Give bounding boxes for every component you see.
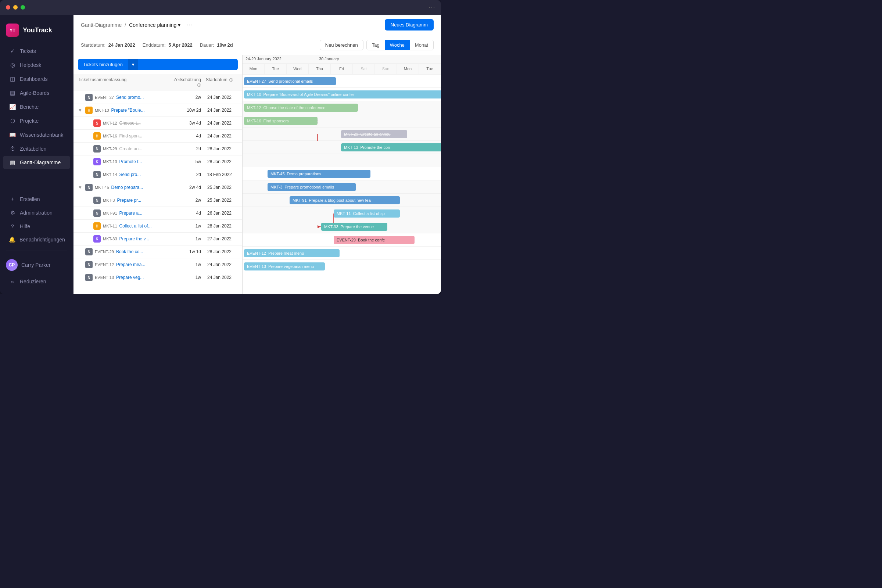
window-menu[interactable]: ⋯ bbox=[429, 3, 435, 11]
sidebar-item-label: Erstellen bbox=[20, 196, 40, 202]
gantt-bar-mkt91[interactable]: MKT-91 Prepare a blog post about new fea bbox=[290, 196, 400, 204]
table-row[interactable]: ▶ K MKT-13 Promote t... 5w 28 Jan 2022 bbox=[74, 156, 242, 168]
table-row[interactable]: ▶ N MKT-91 Prepare a... 4d 26 Jan 2022 bbox=[74, 207, 242, 220]
gantt-row: MKT-91 Prepare a blog post about new fea bbox=[243, 194, 441, 207]
table-row[interactable]: ▶ K MKT-33 Prepare the v... 1w 27 Jan 20… bbox=[74, 232, 242, 246]
table-row[interactable]: ▶ N EVENT-27 Send promo... 2w 24 Jan 202… bbox=[74, 91, 242, 104]
row-estimate: 2w bbox=[172, 95, 201, 100]
ticket-title[interactable]: Prepare mea... bbox=[116, 262, 145, 267]
row-estimate: 1w 1d bbox=[172, 249, 201, 254]
table-row[interactable]: ▶ N MKT-29 Create an... 2d 28 Jan 2022 bbox=[74, 142, 242, 156]
gantt-row: MKT-3 Prepare promotional emails bbox=[243, 180, 441, 194]
sidebar-collapse-button[interactable]: « Reduzieren bbox=[3, 275, 70, 288]
gantt-bar-mkt16[interactable]: MKT-16 Find sponsors ⋮⋮ bbox=[244, 117, 318, 125]
ticket-title[interactable]: Collect a list of... bbox=[119, 224, 152, 229]
minimize-button[interactable] bbox=[13, 5, 18, 9]
view-week-button[interactable]: Woche bbox=[385, 40, 410, 50]
badge-n: N bbox=[93, 145, 101, 153]
sidebar-item-admin[interactable]: ⚙ Administration bbox=[3, 206, 70, 219]
end-label: Enddatum: 5 Apr 2022 bbox=[142, 42, 193, 48]
table-row[interactable]: ▼ H MKT-10 Prepare "Boule... 10w 2d 24 J… bbox=[74, 104, 242, 117]
table-row[interactable]: ▶ N MKT-3 Prepare pr... 2w 25 Jan 2022 bbox=[74, 194, 242, 207]
sidebar-item-dashboards[interactable]: ◫ Dashboards bbox=[3, 72, 70, 86]
sidebar-item-gantt[interactable]: ▦ Gantt-Diagramme bbox=[3, 156, 70, 169]
maximize-button[interactable] bbox=[21, 5, 25, 9]
sidebar-bottom: ＋ Erstellen ⚙ Administration ? Hilfe 🔔 B… bbox=[0, 192, 73, 288]
row-summary: ▼ H MKT-10 Prepare "Boule... bbox=[78, 106, 172, 114]
ticket-title[interactable]: Prepare the v... bbox=[119, 236, 149, 242]
view-day-button[interactable]: Tag bbox=[367, 40, 385, 50]
badge-n: N bbox=[85, 261, 93, 268]
ticket-title[interactable]: Promote t... bbox=[119, 159, 142, 164]
new-diagram-button[interactable]: Neues Diagramm bbox=[385, 19, 434, 30]
gantt-day-sat: Sat bbox=[353, 64, 375, 74]
table-row[interactable]: ▶ N EVENT-29 Book the co... 1w 1d 28 Jan… bbox=[74, 246, 242, 258]
ticket-title[interactable]: Prepare "Boule... bbox=[111, 108, 145, 113]
recalc-button[interactable]: Neu berechnen bbox=[320, 40, 363, 50]
ticket-id: EVENT-12 bbox=[95, 262, 114, 267]
sidebar-item-tickets[interactable]: ✓ Tickets bbox=[3, 45, 70, 58]
table-row[interactable]: ▶ H MKT-16 Find spon... 4d 24 Jan 2022 bbox=[74, 130, 242, 142]
gantt-bar-mkt29[interactable]: MKT-29 Create an annou bbox=[341, 130, 407, 138]
gantt-bar-event27[interactable]: EVENT-27 Send promotional emails bbox=[244, 77, 336, 85]
gantt-bar-mkt3[interactable]: MKT-3 Prepare promotional emails bbox=[267, 183, 356, 191]
table-row[interactable]: ▶ S MKT-12 Choose t... 3w 4d 24 Jan 2022 bbox=[74, 117, 242, 130]
add-tickets-label[interactable]: Tickets hinzufügen bbox=[78, 59, 128, 70]
expand-icon[interactable]: ▼ bbox=[78, 185, 83, 190]
gantt-bar-mkt45[interactable]: MKT-45 Demo preparations bbox=[267, 170, 370, 178]
row-estimate: 3w 4d bbox=[172, 120, 201, 126]
expand-icon[interactable]: ▼ bbox=[78, 108, 83, 113]
row-summary: ▼ N MKT-45 Demo prepara... bbox=[78, 184, 172, 191]
row-estimate: 1w bbox=[172, 262, 201, 267]
ticket-title[interactable]: Send promo... bbox=[116, 95, 144, 100]
table-row[interactable]: ▶ N EVENT-13 Prepare veg... 1w 24 Jan 20… bbox=[74, 271, 242, 284]
sidebar-item-help[interactable]: ? Hilfe bbox=[3, 220, 70, 232]
table-row[interactable]: ▶ N EVENT-12 Prepare mea... 1w 24 Jan 20… bbox=[74, 258, 242, 271]
breadcrumb-more[interactable]: ⋯ bbox=[186, 21, 192, 28]
gantt-row: EVENT-12 Prepare meat menu bbox=[243, 247, 441, 260]
ticket-title[interactable]: Send pro... bbox=[119, 172, 141, 177]
sidebar-item-reports[interactable]: 📈 Berichte bbox=[3, 100, 70, 114]
ticket-title[interactable]: Prepare pr... bbox=[117, 198, 141, 203]
sidebar-item-label: Wissensdatenbank bbox=[20, 132, 63, 138]
table-row[interactable]: ▶ N MKT-14 Send pro... 2d 18 Feb 2022 bbox=[74, 168, 242, 181]
sidebar-item-create[interactable]: ＋ Erstellen bbox=[3, 192, 70, 206]
ticket-title[interactable]: Book the co... bbox=[116, 249, 143, 254]
gantt-bar-mkt12[interactable]: MKT-12 Choose the date of the conference bbox=[244, 104, 358, 112]
gantt-row: MKT-33 Prepare the venue bbox=[243, 220, 441, 233]
row-start: 25 Jan 2022 bbox=[201, 185, 238, 190]
breadcrumb-parent[interactable]: Gantt-Diagramme bbox=[81, 22, 122, 28]
gantt-bar-mkt10[interactable]: MKT-10 Prepare "Boulevard of Agile Dream… bbox=[244, 90, 441, 99]
gantt-bar-mkt11[interactable]: MKT-11 Collect a list of sp bbox=[334, 210, 400, 218]
table-row[interactable]: ▶ H MKT-11 Collect a list of... 1w 28 Ja… bbox=[74, 220, 242, 232]
sidebar-item-agile[interactable]: ▤ Agile-Boards bbox=[3, 86, 70, 100]
ticket-title[interactable]: Choose t... bbox=[119, 120, 141, 126]
add-tickets-arrow[interactable]: ▾ bbox=[128, 59, 138, 70]
gantt-week-row: 24-29 January 2022 30 January bbox=[243, 55, 441, 64]
sidebar-item-helpdesk[interactable]: ◎ Helpdesk bbox=[3, 58, 70, 72]
ticket-id: MKT-16 bbox=[103, 134, 117, 138]
sidebar-item-projects[interactable]: ⬡ Projekte bbox=[3, 114, 70, 128]
sidebar-item-wiki[interactable]: 📖 Wissensdatenbank bbox=[3, 128, 70, 141]
gantt-day-fri: Fri bbox=[331, 64, 353, 74]
gantt-bar-event13[interactable]: EVENT-13 Prepare vegetarian menu bbox=[244, 262, 325, 270]
ticket-title[interactable]: Find spon... bbox=[119, 134, 142, 138]
gantt-row: MKT-12 Choose the date of the conference bbox=[243, 101, 441, 114]
gantt-bar-mkt13[interactable]: MKT-13 Promote the con bbox=[341, 143, 441, 152]
close-button[interactable] bbox=[6, 5, 10, 9]
table-row[interactable]: ▼ N MKT-45 Demo prepara... 2w 4d 25 Jan … bbox=[74, 181, 242, 194]
sidebar-item-time[interactable]: ⏱ Zeittabellen bbox=[3, 142, 70, 155]
gantt-bar-event29[interactable]: EVENT-29 Book the confe bbox=[334, 236, 414, 244]
gantt-bar-mkt33[interactable]: MKT-33 Prepare the venue bbox=[321, 223, 387, 231]
view-month-button[interactable]: Monat bbox=[410, 40, 433, 50]
ticket-title[interactable]: Demo prepara... bbox=[111, 185, 143, 190]
add-tickets-button[interactable]: Tickets hinzufügen ▾ bbox=[78, 59, 238, 70]
user-area[interactable]: CP Carry Parker bbox=[0, 255, 73, 274]
ticket-title[interactable]: Prepare a... bbox=[119, 211, 142, 216]
ticket-title[interactable]: Create an... bbox=[119, 146, 142, 152]
row-summary: ▶ K MKT-13 Promote t... bbox=[78, 158, 172, 165]
svg-marker-4 bbox=[318, 225, 321, 228]
sidebar-item-notifications[interactable]: 🔔 Benachrichtigungen bbox=[3, 233, 70, 246]
ticket-title[interactable]: Prepare veg... bbox=[116, 275, 144, 280]
gantt-bar-event12[interactable]: EVENT-12 Prepare meat menu bbox=[244, 249, 340, 257]
